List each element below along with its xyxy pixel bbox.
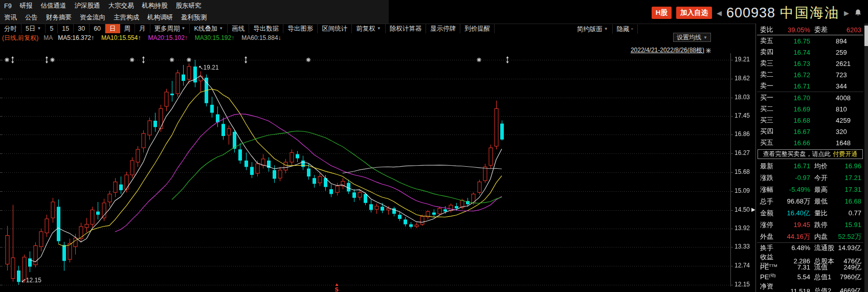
bid-row[interactable]: 买一16.704008 <box>756 92 864 103</box>
stat-label: 流通股 <box>810 243 836 253</box>
toolbar-item[interactable]: K线叠加▼ <box>190 24 228 33</box>
ask-row[interactable]: 卖三16.732621 <box>756 58 864 69</box>
stat-value: 15.91 <box>836 221 861 229</box>
level-volume: 1648 <box>836 139 868 147</box>
scrollbar-thumb[interactable] <box>864 26 868 46</box>
menu-item[interactable]: 股东研究 <box>174 2 204 10</box>
toolbar-item[interactable]: 前复权▼ <box>352 24 385 33</box>
toolbar-item[interactable]: 画线 <box>228 24 249 33</box>
toolbar-item[interactable]: 5日▼ <box>21 24 46 33</box>
level-volume: 344 <box>836 82 867 90</box>
chart-mode-label: (日线,前复权) <box>2 34 38 42</box>
candlestick-chart[interactable] <box>0 43 755 292</box>
level-price: 16.66 <box>777 139 810 147</box>
price-axis-label: 19.21 <box>735 56 755 63</box>
stat-value: 16.71 <box>777 162 810 170</box>
stat-value: -0.97 <box>777 174 810 182</box>
hk-share-badge[interactable]: H股 <box>652 7 672 19</box>
menu-item[interactable]: 研报 <box>18 2 35 10</box>
bid-row[interactable]: 买五16.661648 <box>756 137 864 148</box>
stock-code: 600938 <box>726 5 775 21</box>
stat-value: 6.48% <box>777 244 810 252</box>
menu-item[interactable]: 资金流向 <box>78 13 107 22</box>
toolbar-item[interactable]: 30 <box>74 24 90 33</box>
full-orderbook-promo[interactable]: 查看完整买卖盘，请点此 付费开通 <box>758 149 863 159</box>
toolbar-item[interactable]: 导出数据 <box>249 24 283 33</box>
trading-app-window: F9研报估值通道沪深股通大宗交易机构持股股东研究 资讯公告财务摘要资金流向主营构… <box>0 0 868 292</box>
toolbar-item[interactable]: 区间统计 <box>318 24 352 33</box>
toolbar-item[interactable]: 导出图形 <box>283 24 318 33</box>
price-axis-label: 16.27 <box>735 149 755 156</box>
price-axis-label: 13.33 <box>735 243 755 250</box>
toolbar-item[interactable]: 更多周期▼ <box>150 24 190 33</box>
menu-item[interactable]: 估值通道 <box>39 2 69 10</box>
level-volume: 4259 <box>836 117 868 124</box>
ma-settings-label: 设置均线 <box>677 33 701 42</box>
scrollbar[interactable] <box>864 24 868 292</box>
ask-row[interactable]: 卖一16.71344 <box>756 80 864 92</box>
alert-bell-icon[interactable] <box>854 9 862 17</box>
weibi-value: 39.05% <box>777 26 810 34</box>
stat-row: PETTM7.31流值249亿 <box>756 262 864 272</box>
level-price: 16.75 <box>777 37 810 45</box>
level-price: 16.71 <box>777 82 810 90</box>
stat-value: 17.21 <box>836 174 861 182</box>
stat-value: 19.45 <box>777 221 810 229</box>
price-axis-label: 13.92 <box>735 224 755 232</box>
menu-item[interactable]: 盈利预测 <box>179 13 209 22</box>
ask-row[interactable]: 卖五16.75894 <box>756 35 864 47</box>
stat-label: 最低 <box>810 197 836 206</box>
menu-item[interactable]: 机构调研 <box>145 13 175 22</box>
stat-label: 跌停 <box>810 220 836 230</box>
add-watchlist-button[interactable]: 加入自选 <box>676 7 712 19</box>
toolbar-item[interactable]: 周 <box>120 24 136 33</box>
toolbar-item[interactable]: 月 <box>135 24 150 33</box>
stat-label: 最高 <box>810 185 836 194</box>
bid-row[interactable]: 买二16.69810 <box>756 103 864 115</box>
bid-row[interactable]: 买三16.684259 <box>756 115 864 126</box>
ma-settings-button[interactable]: 设置均线 ▼ <box>673 33 711 42</box>
menu-item[interactable]: 公告 <box>23 13 40 22</box>
panel-collapse-handle[interactable]: ▶ <box>751 207 755 212</box>
ask-row[interactable]: 卖二16.72723 <box>756 69 864 80</box>
menu-item[interactable]: 资讯 <box>2 13 19 22</box>
stat-row: 最新16.71均价16.96 <box>756 160 864 172</box>
stat-label: 金额 <box>760 209 777 218</box>
menu-item[interactable]: 大宗交易 <box>106 2 136 10</box>
prev-stock-arrow-icon[interactable]: ◀ <box>717 9 722 17</box>
toolbar-item[interactable]: 显示停牌 <box>426 24 460 33</box>
level-price: 16.69 <box>777 105 810 113</box>
stat-label: 流值 <box>810 263 836 272</box>
menu-item[interactable]: 财务摘要 <box>44 13 74 22</box>
next-stock-arrow-icon[interactable]: ▶ <box>844 9 849 17</box>
stat-value: 16.96 <box>836 162 861 170</box>
menu-item[interactable]: 主营构成 <box>112 13 141 22</box>
toolbar-item[interactable]: 除权计算器 <box>386 24 427 33</box>
toolbar-item[interactable]: 简约版面▼ <box>573 25 613 34</box>
menu-item[interactable]: F9 <box>2 3 14 10</box>
price-axis-label: 16.86 <box>735 130 755 138</box>
promo-cta[interactable]: 付费开通 <box>833 150 858 159</box>
chart-toolbar: 分时5日▼5153060日周月更多周期▼K线叠加▼画线导出数据导出图形区间统计前… <box>0 24 755 33</box>
stat-row: 净资产11.518总值24669亿 <box>756 282 864 291</box>
level-label: 卖二 <box>760 70 777 79</box>
toolbar-item[interactable]: 日 <box>105 24 120 33</box>
toolbar-item[interactable]: 15 <box>58 24 74 33</box>
stat-label: 外盘 <box>760 232 777 241</box>
toolbar-item[interactable]: 60 <box>90 24 105 33</box>
toolbar-item[interactable]: 5 <box>46 24 58 33</box>
chevron-down-icon: ▼ <box>377 24 381 33</box>
toolbar-item[interactable]: 隐藏» <box>613 25 638 34</box>
fundamental-stats: 换手6.48%流通股14.93亿收益TTM2.286总股本476亿PETTM7.… <box>756 243 864 291</box>
price-axis-label: 18.03 <box>735 94 755 101</box>
low-price-annotation: ↙12.15 <box>21 277 41 284</box>
menu-item[interactable]: 沪深股通 <box>73 2 102 10</box>
stock-name: 中国海油 <box>780 4 839 22</box>
stat-row: 金额16.40亿量比0.77 <box>756 207 864 219</box>
toolbar-item[interactable]: 分时 <box>0 24 21 33</box>
ask-row[interactable]: 卖四16.74259 <box>756 47 864 58</box>
bid-row[interactable]: 买四16.67320 <box>756 126 864 137</box>
toolbar-item[interactable]: 到价提醒 <box>460 24 495 33</box>
weibi-row: 委比 39.05% 委差 6203 <box>756 25 864 35</box>
menu-item[interactable]: 机构持股 <box>140 2 170 10</box>
